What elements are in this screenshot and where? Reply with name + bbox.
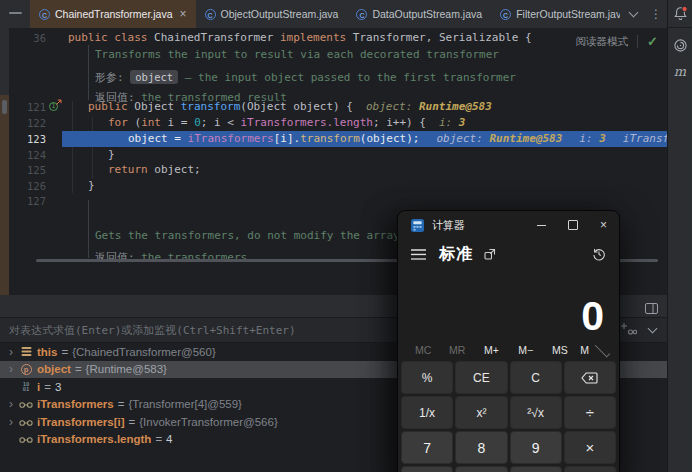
- calculator-display: 0: [398, 269, 619, 339]
- tab-chainedtransformer[interactable]: C ChainedTransformer.java ×: [30, 0, 196, 28]
- backspace-key[interactable]: [564, 361, 616, 394]
- code-token: i =: [161, 116, 194, 129]
- reader-mode-label: 阅读器模式: [576, 35, 629, 49]
- chevron-down-icon[interactable]: [629, 8, 639, 18]
- code-line-36[interactable]: 36 public class ChainedTransformer imple…: [0, 30, 668, 46]
- line-number[interactable]: 127: [0, 193, 46, 209]
- line-number[interactable]: 36: [0, 30, 46, 46]
- variable-value: {Runtime@583}: [86, 363, 167, 375]
- divide-key[interactable]: ÷: [564, 396, 616, 429]
- code-line-125[interactable]: 125 return object;: [0, 162, 668, 178]
- calculator-app-icon: [411, 219, 424, 232]
- equals-sign: =: [155, 433, 162, 445]
- close-icon[interactable]: ×: [180, 7, 187, 21]
- line-number[interactable]: 121: [0, 99, 46, 115]
- inspections-check-icon[interactable]: ✓: [647, 34, 658, 49]
- close-button[interactable]: ×: [588, 211, 619, 239]
- memory-clear-button[interactable]: MC: [406, 341, 440, 359]
- calculator-title-bar[interactable]: 计算器 ×: [398, 211, 619, 239]
- line-number[interactable]: 126: [0, 178, 46, 194]
- hamburger-menu-icon[interactable]: [411, 249, 426, 260]
- doc-text: Gets the transformers, do not modify the…: [95, 228, 406, 244]
- sqrt-key[interactable]: ²√x: [510, 396, 562, 429]
- digit-5-key[interactable]: 5: [455, 466, 507, 472]
- code-token: (Object object) {: [240, 100, 353, 113]
- watch-value: {InvokerTransformer@566}: [139, 416, 277, 428]
- digit-6-key[interactable]: 6: [510, 466, 562, 472]
- subtract-key[interactable]: −: [564, 466, 616, 472]
- code-token: Object: [134, 100, 180, 113]
- maven-icon[interactable]: m: [668, 64, 692, 79]
- clear-key[interactable]: C: [510, 361, 562, 394]
- expand-chevron-icon[interactable]: ›: [4, 397, 18, 411]
- reader-mode-widget: 阅读器模式 ✓: [576, 34, 658, 49]
- square-key[interactable]: x²: [455, 396, 507, 429]
- notifications-bell-icon[interactable]: [668, 6, 692, 21]
- line-number[interactable]: 125: [0, 162, 46, 178]
- code-line-127[interactable]: 127: [0, 193, 668, 209]
- line-number[interactable]: 122: [0, 115, 46, 131]
- line-number[interactable]: 124: [0, 147, 46, 163]
- memory-store-button[interactable]: MS: [543, 341, 577, 359]
- code-token: ChainedTransformer: [154, 31, 280, 44]
- class-icon: C: [39, 9, 50, 20]
- variable-name: this: [37, 346, 57, 358]
- code-line-122[interactable]: 122 for (int i = 0; i < iTransformers.le…: [0, 115, 668, 131]
- param-name-chip: object: [130, 70, 178, 84]
- debug-hint-value: 3: [599, 132, 606, 145]
- code-line-121[interactable]: 121 public Object transform(Object objec…: [0, 99, 668, 115]
- calculator-keypad: % CE C 1/x x² ²√x ÷ 7 8 9 × 4 5 6 −: [398, 361, 619, 472]
- code-line-126[interactable]: 126 }: [0, 178, 668, 194]
- calculator-window: 计算器 × 标准 0 MC MR: [397, 210, 620, 472]
- history-icon[interactable]: [592, 247, 606, 261]
- layout-editor-icon[interactable]: [645, 300, 658, 318]
- expand-chevron-icon[interactable]: ›: [4, 345, 18, 359]
- tab-label: DataOutputStream.java: [372, 8, 482, 20]
- debug-hint-value: Runtime@583: [419, 100, 492, 113]
- doc-return-label: 返回值:: [95, 251, 135, 264]
- maximize-button[interactable]: [557, 211, 588, 239]
- code-line-123[interactable]: 123 object = iTransformers[i].transform(…: [0, 131, 668, 147]
- chevron-down-icon[interactable]: [648, 324, 658, 334]
- code-token: ; i <: [201, 116, 241, 129]
- doc-param-line: 形参: object – the input object passed to …: [0, 68, 668, 86]
- multiply-key[interactable]: ×: [564, 431, 616, 464]
- primitive-icon: 1001: [18, 382, 34, 391]
- keep-on-top-icon[interactable]: [484, 248, 496, 260]
- tab-dataoutputstream[interactable]: C DataOutputStream.java: [347, 0, 491, 28]
- tab-objectoutputstream[interactable]: C ObjectOutputStream.java: [196, 0, 348, 28]
- tool-window-stripe: m: [667, 0, 692, 472]
- minimize-button[interactable]: [526, 211, 557, 239]
- expand-chevron-icon[interactable]: ›: [4, 415, 18, 429]
- percent-key[interactable]: %: [401, 361, 453, 394]
- digit-9-key[interactable]: 9: [510, 431, 562, 464]
- more-options-icon[interactable]: ⋮: [650, 7, 662, 21]
- memory-recall-button[interactable]: MR: [440, 341, 474, 359]
- code-line-124[interactable]: 124 }: [0, 147, 668, 163]
- clear-entry-key[interactable]: CE: [455, 361, 507, 394]
- add-watch-icon[interactable]: [620, 321, 637, 339]
- digit-7-key[interactable]: 7: [401, 431, 453, 464]
- memory-flyout-button[interactable]: M: [577, 341, 611, 359]
- debug-hint-label: iTransformers:: [623, 132, 668, 145]
- equals-sign: =: [129, 416, 136, 428]
- reciprocal-key[interactable]: 1/x: [401, 396, 453, 429]
- watch-name: iTransformers.length: [37, 433, 151, 445]
- memory-add-button[interactable]: M+: [474, 341, 508, 359]
- variable-name: object: [37, 363, 71, 375]
- ai-assistant-icon[interactable]: [668, 38, 692, 53]
- window-drag-handle-icon[interactable]: [9, 12, 22, 14]
- line-number[interactable]: 123: [0, 131, 46, 147]
- class-icon: C: [500, 9, 511, 20]
- code-token: return: [108, 163, 148, 176]
- tab-filteroutputstream[interactable]: C FilterOutputStream.java: [491, 0, 620, 28]
- code-token: implements: [280, 31, 353, 44]
- digit-8-key[interactable]: 8: [455, 431, 507, 464]
- memory-subtract-button[interactable]: M−: [509, 341, 543, 359]
- code-token: transform: [300, 132, 360, 145]
- digit-4-key[interactable]: 4: [401, 466, 453, 472]
- code-token: public class: [68, 31, 154, 44]
- expand-chevron-icon[interactable]: ›: [4, 362, 18, 376]
- tab-label: ChainedTransformer.java: [55, 8, 173, 20]
- backspace-icon: [581, 372, 598, 384]
